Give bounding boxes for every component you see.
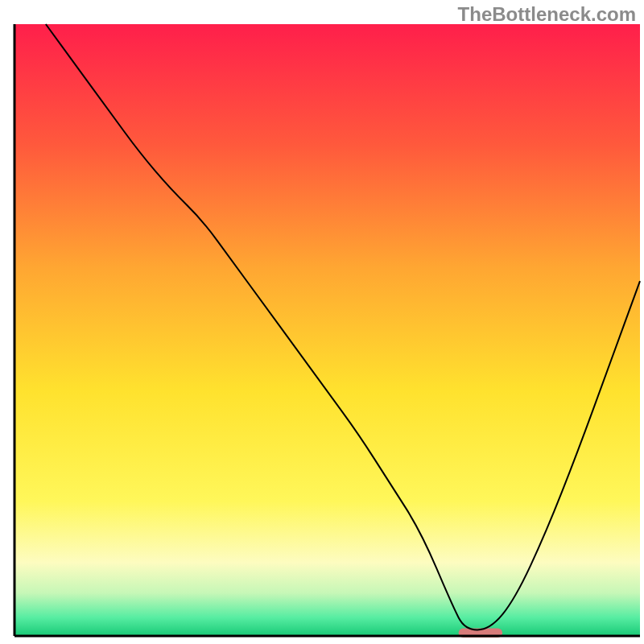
chart-container: { "watermark": { "text": "TheBottleneck.… [0, 0, 644, 644]
bottleneck-chart-svg [0, 0, 644, 644]
watermark-text: TheBottleneck.com [458, 3, 636, 26]
plot-background [14, 24, 640, 636]
